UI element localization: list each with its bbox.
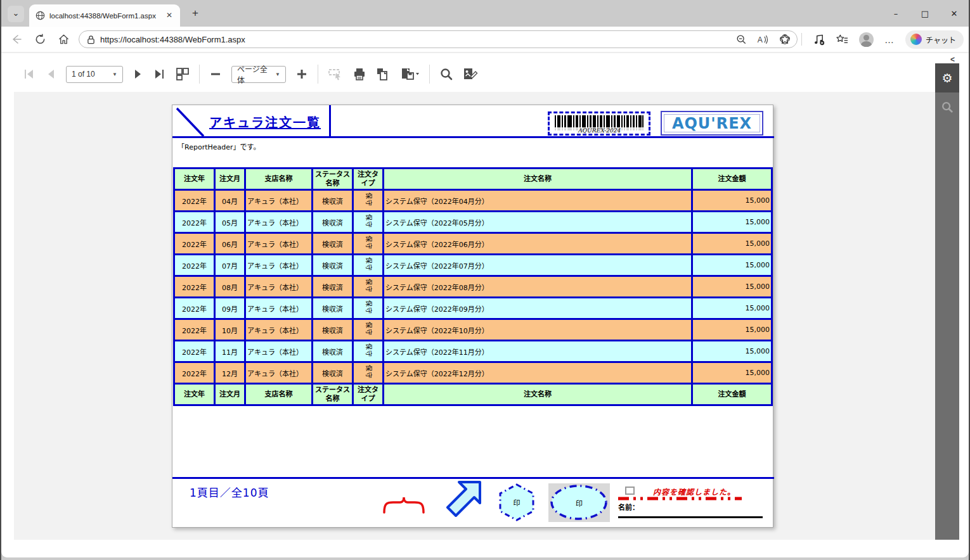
zoom-selector[interactable]: ページ全体 ▼ xyxy=(231,66,286,83)
logo-text: AQU'REX xyxy=(672,115,752,132)
cell-name: システム保守（2022年10月分） xyxy=(384,319,692,341)
chevron-down-icon: ▼ xyxy=(112,72,117,77)
print-button[interactable] xyxy=(352,67,366,81)
cell-status: 検収済 xyxy=(313,190,353,212)
cell-branch: アキュラ（本社） xyxy=(245,298,313,319)
read-aloud-icon[interactable]: A xyxy=(757,34,769,45)
cell-type: 保守 xyxy=(353,233,384,255)
back-icon[interactable] xyxy=(10,33,23,46)
first-page-button[interactable] xyxy=(23,68,36,80)
cell-amount: 15,000 xyxy=(692,212,772,233)
toolbar-separator xyxy=(318,65,318,84)
column-header-branch: 支店名称 xyxy=(245,384,313,405)
last-page-button[interactable] xyxy=(153,68,166,80)
maximize-button[interactable]: □ xyxy=(910,0,940,27)
table-row: 2022年04月アキュラ（本社）検収済保守システム保守（2022年04月分）15… xyxy=(174,190,772,212)
table-row: 2022年11月アキュラ（本社）検収済保守システム保守（2022年11月分）15… xyxy=(174,341,772,362)
annotate-button[interactable] xyxy=(463,67,478,81)
divider xyxy=(801,33,802,46)
stamp-label: 印 xyxy=(548,498,610,508)
cell-status: 検収済 xyxy=(313,298,353,319)
page-selector[interactable]: 1 of 10 ▼ xyxy=(66,66,123,83)
titlebar: ⌄ localhost:44388/WebForm1.aspx ✕ + – □ … xyxy=(1,0,969,27)
browser-window: ⌄ localhost:44388/WebForm1.aspx ✕ + – □ … xyxy=(0,0,970,560)
cell-amount: 15,000 xyxy=(692,319,772,341)
footer-rule xyxy=(172,477,774,479)
cell-type: 保守 xyxy=(353,276,384,298)
url-text[interactable]: https://localhost:44388/WebForm1.aspx xyxy=(100,35,735,44)
browser-tab[interactable]: localhost:44388/WebForm1.aspx ✕ xyxy=(29,4,180,27)
tab-close-icon[interactable]: ✕ xyxy=(164,10,175,22)
print-layout-button[interactable] xyxy=(376,67,391,81)
more-menu-icon[interactable]: … xyxy=(884,34,895,45)
new-tab-button[interactable]: + xyxy=(189,7,202,20)
export-save-button[interactable] xyxy=(401,67,420,81)
svg-text:A: A xyxy=(758,35,763,44)
refresh-icon[interactable] xyxy=(34,34,46,46)
logo-frame: AQU'REX xyxy=(661,111,763,136)
cell-type: 保守 xyxy=(353,319,384,341)
snapshot-select-button[interactable] xyxy=(328,67,343,81)
sidebar-collapse-icon[interactable]: < xyxy=(950,55,955,64)
column-header-amount: 注文金額 xyxy=(692,169,772,190)
page-content: 1 of 10 ▼ ページ全体 ▼ xyxy=(1,52,969,557)
cell-branch: アキュラ（本社） xyxy=(245,255,313,276)
copilot-button[interactable]: チャット xyxy=(905,30,964,49)
minimize-button[interactable]: – xyxy=(881,0,910,27)
column-header-amount: 注文金額 xyxy=(692,384,772,405)
table-row: 2022年10月アキュラ（本社）検収済保守システム保守（2022年10月分）15… xyxy=(174,319,772,341)
column-header-month: 注文月 xyxy=(215,384,245,405)
toolbar-separator xyxy=(429,65,430,84)
extensions-icon[interactable] xyxy=(779,34,791,45)
cell-amount: 15,000 xyxy=(692,298,772,319)
next-page-button[interactable] xyxy=(133,68,144,80)
cell-amount: 15,000 xyxy=(692,190,772,212)
cell-month: 10月 xyxy=(215,319,245,341)
media-controls-icon[interactable] xyxy=(813,34,825,46)
window-controls: – □ ✕ xyxy=(881,0,969,27)
cell-status: 検収済 xyxy=(313,319,353,341)
title-divider xyxy=(329,105,331,136)
profile-avatar[interactable] xyxy=(859,32,874,47)
cell-name: システム保守（2022年08月分） xyxy=(384,276,692,298)
cell-month: 08月 xyxy=(215,276,245,298)
page-count-text: 1頁目／全10頁 xyxy=(190,484,269,500)
confirm-text: 内容を確認しました。 xyxy=(653,486,735,497)
copilot-label: チャット xyxy=(926,34,956,45)
zoom-in-button[interactable] xyxy=(295,68,308,80)
cell-branch: アキュラ（本社） xyxy=(245,212,313,233)
report-viewer-toolbar: 1 of 10 ▼ ページ全体 ▼ xyxy=(14,57,478,91)
cell-branch: アキュラ（本社） xyxy=(245,190,313,212)
zoom-out-button[interactable] xyxy=(209,68,222,80)
address-bar[interactable]: https://localhost:44388/WebForm1.aspx A xyxy=(79,30,798,48)
search-button[interactable] xyxy=(439,67,453,81)
previous-page-button[interactable] xyxy=(45,68,56,80)
order-type-rotated-text: 保守 xyxy=(365,214,372,228)
cell-year: 2022年 xyxy=(174,362,215,384)
cell-month: 07月 xyxy=(215,255,245,276)
tab-search-chevron-icon[interactable]: ⌄ xyxy=(8,6,24,22)
collections-icon[interactable] xyxy=(836,34,848,45)
home-icon[interactable] xyxy=(58,34,70,46)
header-rule xyxy=(172,136,774,138)
confirm-checkbox[interactable] xyxy=(625,487,635,495)
report-title: アキュラ注文一覧 xyxy=(209,113,321,131)
settings-gear-icon[interactable]: ⚙ xyxy=(935,63,959,92)
cell-name: システム保守（2022年05月分） xyxy=(384,212,692,233)
close-button[interactable]: ✕ xyxy=(940,0,969,27)
hexagon-stamp: 印 xyxy=(498,483,535,521)
sidebar-search-icon[interactable] xyxy=(935,92,959,122)
cell-month: 11月 xyxy=(215,341,245,362)
brace-decoration xyxy=(382,494,427,514)
barcode-frame: AQUREX-2024 xyxy=(548,111,650,136)
diagonal-line-decoration xyxy=(175,106,208,138)
cell-year: 2022年 xyxy=(174,233,215,255)
cell-status: 検収済 xyxy=(313,362,353,384)
cell-status: 検収済 xyxy=(313,341,353,362)
table-row: 2022年06月アキュラ（本社）検収済保守システム保守（2022年06月分）15… xyxy=(174,233,772,255)
barcode-text: AQUREX-2024 xyxy=(550,127,649,134)
cell-year: 2022年 xyxy=(174,319,215,341)
table-row: 2022年09月アキュラ（本社）検収済保守システム保守（2022年09月分）15… xyxy=(174,298,772,319)
zoom-out-icon[interactable] xyxy=(735,34,747,45)
multipage-view-button[interactable] xyxy=(176,67,190,81)
